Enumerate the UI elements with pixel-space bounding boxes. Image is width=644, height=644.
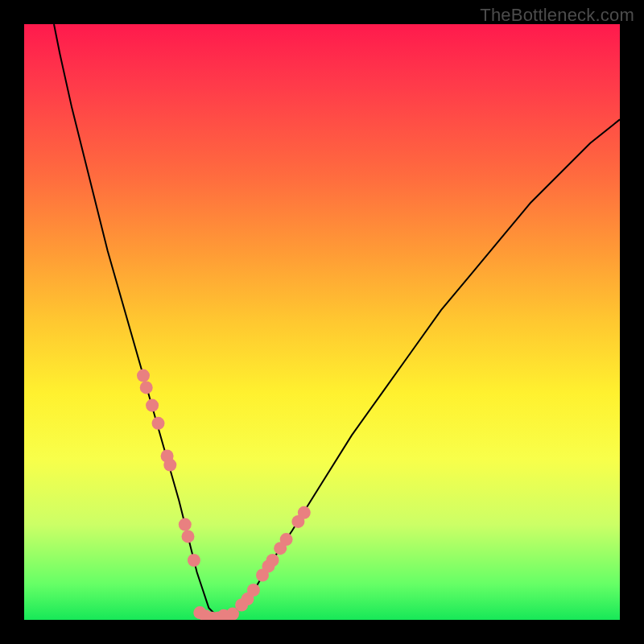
svg-point-2 <box>146 399 159 412</box>
bottleneck-curve <box>54 24 620 620</box>
svg-point-1 <box>140 381 153 394</box>
svg-point-5 <box>163 459 176 472</box>
svg-point-3 <box>152 417 165 430</box>
svg-point-18 <box>280 533 293 546</box>
svg-point-13 <box>247 584 260 597</box>
svg-point-0 <box>137 369 150 382</box>
svg-point-8 <box>188 554 200 567</box>
sample-dots-left <box>137 369 200 567</box>
sample-dots-right <box>221 506 311 620</box>
watermark-text: TheBottleneck.com <box>480 5 634 26</box>
outer-frame: TheBottleneck.com <box>0 0 644 644</box>
sample-dots-bottom <box>193 606 230 620</box>
chart-overlay <box>24 24 620 620</box>
svg-point-6 <box>179 518 192 531</box>
svg-point-7 <box>182 530 195 543</box>
svg-point-20 <box>298 506 311 519</box>
svg-point-16 <box>266 554 279 567</box>
